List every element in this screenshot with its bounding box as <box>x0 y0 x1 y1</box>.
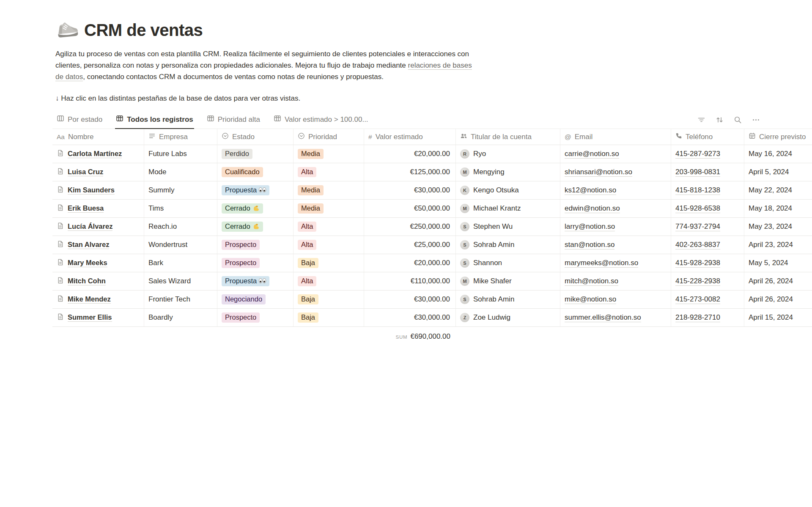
estado-cell[interactable]: Negociando <box>217 290 294 308</box>
valor-cell[interactable]: €250,000.00 <box>364 218 456 236</box>
tab-todos-los-registros[interactable]: Todos los registros <box>115 112 194 129</box>
valor-cell[interactable]: €110,000.00 <box>364 272 456 290</box>
cierre-cell[interactable]: May 16, 2024 <box>744 145 812 163</box>
valor-cell[interactable]: €25,000.00 <box>364 236 456 254</box>
telefono-cell[interactable]: 415-928-2938 <box>671 254 744 272</box>
email-link[interactable]: summer.ellis@notion.so <box>565 313 641 322</box>
nombre-cell[interactable]: Summer Ellis <box>52 309 144 326</box>
email-cell[interactable]: mike@notion.so <box>560 290 671 308</box>
table-row[interactable]: Stan Alvarez Wondertrust Prospecto Alta … <box>52 236 812 254</box>
telefono-cell[interactable]: 415-287-9273 <box>671 145 744 163</box>
titular-cell[interactable]: M Mengying <box>456 163 560 181</box>
cierre-cell[interactable]: May 22, 2024 <box>744 181 812 199</box>
estado-cell[interactable]: Perdido <box>217 145 294 163</box>
cierre-cell[interactable]: April 26, 2024 <box>744 290 812 308</box>
prioridad-cell[interactable]: Baja <box>294 254 364 272</box>
titular-cell[interactable]: S Shannon <box>456 254 560 272</box>
phone-link[interactable]: 415-228-2938 <box>675 277 720 286</box>
valor-cell[interactable]: €30,000.00 <box>364 181 456 199</box>
prioridad-cell[interactable]: Alta <box>294 163 364 181</box>
cierre-cell[interactable]: April 5, 2024 <box>744 163 812 181</box>
valor-cell[interactable]: €30,000.00 <box>364 309 456 326</box>
empresa-cell[interactable]: Tims <box>144 200 217 217</box>
table-row[interactable]: Carlota Martínez Future Labs Perdido Med… <box>52 145 812 163</box>
contact-name-link[interactable]: Mike Mendez <box>68 295 111 304</box>
cierre-cell[interactable]: April 23, 2024 <box>744 236 812 254</box>
titular-cell[interactable]: K Kengo Otsuka <box>456 181 560 199</box>
table-row[interactable]: Kim Saunders Summly Propuesta Media €30,… <box>52 181 812 200</box>
table-row[interactable]: Summer Ellis Boardly Prospecto Baja €30,… <box>52 309 812 327</box>
nombre-cell[interactable]: Erik Buesa <box>52 200 144 217</box>
phone-link[interactable]: 415-818-1238 <box>675 186 720 195</box>
contact-name-link[interactable]: Lucía Álvarez <box>68 222 112 231</box>
email-cell[interactable]: marymeeks@notion.so <box>560 254 671 272</box>
prioridad-cell[interactable]: Alta <box>294 236 364 254</box>
empresa-cell[interactable]: Future Labs <box>144 145 217 163</box>
tab-valor-estimado[interactable]: Valor estimado > 100.00... <box>273 112 369 129</box>
prioridad-cell[interactable]: Media <box>294 200 364 217</box>
nombre-cell[interactable]: Stan Alvarez <box>52 236 144 254</box>
cierre-cell[interactable]: April 15, 2024 <box>744 309 812 326</box>
contact-name-link[interactable]: Mitch Cohn <box>68 277 106 285</box>
estado-cell[interactable]: Cualificado <box>217 163 294 181</box>
phone-link[interactable]: 415-287-9273 <box>675 150 720 159</box>
contact-name-link[interactable]: Summer Ellis <box>68 313 112 322</box>
email-link[interactable]: ks12@notion.so <box>565 186 616 195</box>
titular-cell[interactable]: M Michael Krantz <box>456 200 560 217</box>
valor-cell[interactable]: €125,000.00 <box>364 163 456 181</box>
email-cell[interactable]: edwin@notion.so <box>560 200 671 217</box>
estado-cell[interactable]: Propuesta <box>217 181 294 199</box>
table-row[interactable]: Mike Mendez Frontier Tech Negociando Baj… <box>52 290 812 309</box>
column-header-cierre-previsto[interactable]: Cierre previsto <box>744 129 812 145</box>
cierre-cell[interactable]: April 26, 2024 <box>744 272 812 290</box>
column-header-nombre[interactable]: AaNombre <box>52 129 144 145</box>
empresa-cell[interactable]: Frontier Tech <box>144 290 217 308</box>
sort-button[interactable] <box>716 116 724 125</box>
phone-link[interactable]: 415-928-6538 <box>675 204 720 213</box>
telefono-cell[interactable]: 415-818-1238 <box>671 181 744 199</box>
estado-cell[interactable]: Prospecto <box>217 236 294 254</box>
estado-cell[interactable]: Prospecto <box>217 254 294 272</box>
table-row[interactable]: Erik Buesa Tims Cerrado Media €50,000.00… <box>52 200 812 218</box>
email-cell[interactable]: mitch@notion.so <box>560 272 671 290</box>
nombre-cell[interactable]: Mitch Cohn <box>52 272 144 290</box>
column-header-email[interactable]: @Email <box>560 129 671 145</box>
nombre-cell[interactable]: Mary Meeks <box>52 254 144 272</box>
email-link[interactable]: shriansari@notion.so <box>565 168 632 177</box>
phone-link[interactable]: 203-998-0831 <box>675 168 720 177</box>
nombre-cell[interactable]: Carlota Martínez <box>52 145 144 163</box>
titular-cell[interactable]: S Sohrab Amin <box>456 290 560 308</box>
estado-cell[interactable]: Propuesta <box>217 272 294 290</box>
empresa-cell[interactable]: Sales Wizard <box>144 272 217 290</box>
table-row[interactable]: Mitch Cohn Sales Wizard Propuesta Alta €… <box>52 272 812 290</box>
email-link[interactable]: mitch@notion.so <box>565 277 618 286</box>
valor-cell[interactable]: €50,000.00 <box>364 200 456 217</box>
phone-link[interactable]: 415-273-0082 <box>675 295 720 304</box>
contact-name-link[interactable]: Kim Saunders <box>68 186 115 195</box>
empresa-cell[interactable]: Summly <box>144 181 217 199</box>
valor-cell[interactable]: €20,000.00 <box>364 254 456 272</box>
email-link[interactable]: marymeeks@notion.so <box>565 259 638 268</box>
table-row[interactable]: Luisa Cruz Mode Cualificado Alta €125,00… <box>52 163 812 181</box>
prioridad-cell[interactable]: Media <box>294 181 364 199</box>
nombre-cell[interactable]: Kim Saunders <box>52 181 144 199</box>
contact-name-link[interactable]: Mary Meeks <box>68 259 107 267</box>
valor-cell[interactable]: €30,000.00 <box>364 290 456 308</box>
email-link[interactable]: edwin@notion.so <box>565 204 620 213</box>
valor-cell[interactable]: €20,000.00 <box>364 145 456 163</box>
titular-cell[interactable]: M Mike Shafer <box>456 272 560 290</box>
valor-sum[interactable]: SUM €690,000.00 <box>364 332 456 341</box>
email-cell[interactable]: larry@notion.so <box>560 218 671 236</box>
table-row[interactable]: Lucía Álvarez Reach.io Cerrado Alta €250… <box>52 218 812 236</box>
email-cell[interactable]: summer.ellis@notion.so <box>560 309 671 326</box>
email-link[interactable]: carrie@notion.so <box>565 150 619 159</box>
contact-name-link[interactable]: Carlota Martínez <box>68 150 122 158</box>
column-header-empresa[interactable]: Empresa <box>144 129 217 145</box>
empresa-cell[interactable]: Wondertrust <box>144 236 217 254</box>
nombre-cell[interactable]: Lucía Álvarez <box>52 218 144 236</box>
email-cell[interactable]: ks12@notion.so <box>560 181 671 199</box>
empresa-cell[interactable]: Boardly <box>144 309 217 326</box>
email-cell[interactable]: shriansari@notion.so <box>560 163 671 181</box>
email-link[interactable]: stan@notion.so <box>565 241 614 249</box>
cierre-cell[interactable]: May 5, 2024 <box>744 254 812 272</box>
